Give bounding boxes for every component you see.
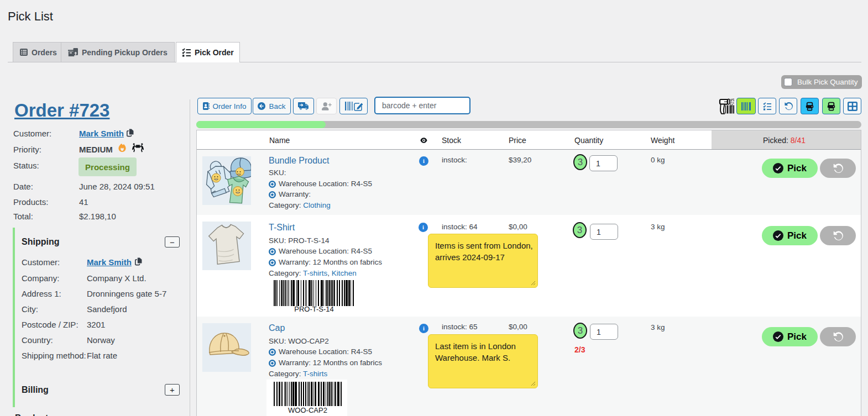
svg-text:i: i (422, 224, 424, 230)
svg-text:i: i (423, 325, 425, 331)
svg-text:i: i (423, 158, 425, 164)
